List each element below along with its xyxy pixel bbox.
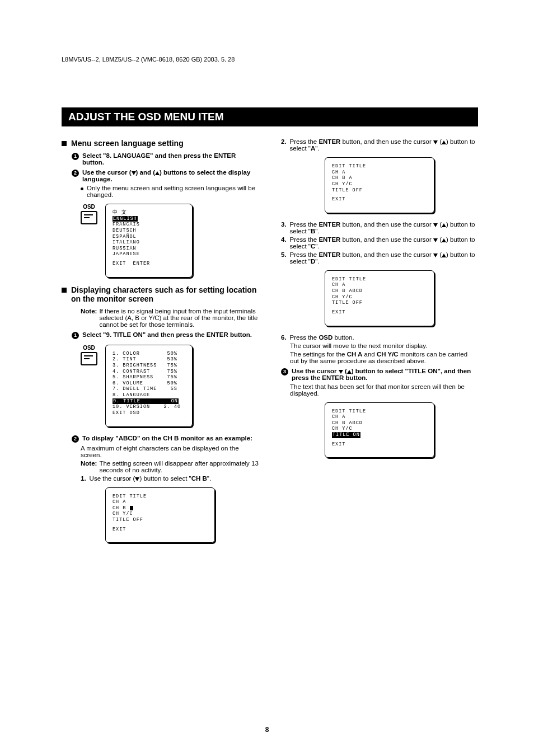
note-label: Note: <box>81 460 97 473</box>
substep-body: The settings for the CH A and CH Y/C mon… <box>290 351 478 364</box>
circled-number-1-icon: 1 <box>72 332 79 339</box>
menu-row: 5. SHARPNESS 75% <box>113 374 185 381</box>
step-text: Use the cursor () button to select "TITL… <box>292 368 478 381</box>
screen-row: CH Y/C <box>332 181 427 187</box>
lang-row: RUSSIAN <box>113 246 185 252</box>
menu-row: 6. VOLUME 50% <box>113 381 185 387</box>
step-3: 3 Use the cursor () button to select "TI… <box>281 368 478 381</box>
menu-row: 8. LANGUAGE <box>113 392 185 398</box>
triangle-down-icon <box>433 223 438 227</box>
section-heading-text: Displaying characters such as for settin… <box>71 285 259 303</box>
substep-text: Press the ENTER button, and then use the… <box>290 251 478 265</box>
screen-row: EDIT TITLE <box>332 163 427 170</box>
osd-menu-figure: OSD 1. COLOR 50% 2. TINT 53% 3. BRIGHTNE… <box>81 345 259 427</box>
triangle-up-icon <box>442 253 446 257</box>
osd-label: OSD <box>81 204 97 210</box>
document-header: L8MV5/US--2, L8MZ5/US--2 (VMC-8618, 8620… <box>62 56 478 63</box>
page-title-bar: ADJUST THE OSD MENU ITEM <box>62 107 478 126</box>
screen-row: EDIT TITLE <box>332 408 427 415</box>
substep-number: 4. <box>281 236 287 250</box>
circled-number-3-icon: 3 <box>281 368 288 375</box>
step-text: Select "8. LANGUAGE" and then press the … <box>82 152 259 166</box>
triangle-down-icon <box>433 238 438 242</box>
substep-text: Press the OSD button. <box>290 334 354 341</box>
circled-number-2-icon: 2 <box>72 170 79 177</box>
screen-row: TITLE OFF <box>113 517 208 523</box>
triangle-up-icon <box>442 223 446 227</box>
square-bullet-icon <box>62 141 67 146</box>
menu-row-selected: 9. TITLE ON <box>113 398 185 405</box>
menu-row: 7. DWELL TIME 5S <box>113 386 185 392</box>
lang-row: 中 文 <box>113 210 185 216</box>
screen-row: CH Y/C <box>332 426 427 432</box>
substep-text: Press the ENTER button, and then use the… <box>290 138 478 152</box>
menu-row: 1. COLOR 50% <box>113 351 185 357</box>
triangle-down-icon <box>433 140 438 144</box>
triangle-up-icon <box>347 370 352 374</box>
osd-main-menu-screen: 1. COLOR 50% 2. TINT 53% 3. BRIGHTNESS 7… <box>105 345 193 427</box>
edit-title-screen-4: EDIT TITLE CH A CH B ABCD CH Y/C TITLE O… <box>325 402 434 458</box>
screen-row: CH B <box>113 505 208 511</box>
menu-row: EXIT OSD <box>113 410 185 416</box>
screen-row: CH Y/C <box>113 511 208 517</box>
triangle-down-icon <box>433 253 438 257</box>
osd-icon <box>81 211 97 224</box>
substep-number: 2. <box>281 138 287 152</box>
section-heading-language: Menu screen language setting <box>62 139 259 148</box>
bullet-dot-icon <box>81 187 83 190</box>
right-column: 2. Press the ENTER button, and then use … <box>281 137 478 551</box>
lang-row-selected: ENGLISH <box>113 216 185 222</box>
osd-badge: OSD <box>81 204 97 224</box>
substep-5: 5. Press the ENTER button, and then use … <box>281 251 478 265</box>
substep-number: 3. <box>281 221 287 234</box>
screen-row: EXIT <box>332 196 427 203</box>
menu-row: 3. BRIGHTNESS 75% <box>113 363 185 369</box>
triangle-up-icon <box>442 140 446 144</box>
page: L8MV5/US--2, L8MZ5/US--2 (VMC-8618, 8620… <box>0 0 534 756</box>
screen-row: CH A <box>332 282 427 288</box>
lang-row: JAPANESE <box>113 251 185 257</box>
triangle-up-icon <box>155 171 160 175</box>
screen-row: CH A <box>332 414 427 420</box>
osd-icon <box>81 352 97 365</box>
section-heading-text: Menu screen language setting <box>71 139 184 148</box>
substep-number: 6. <box>281 334 287 341</box>
lang-footer: EXIT ENTER <box>113 261 185 267</box>
circled-number-2-icon: 2 <box>72 435 79 443</box>
step-1: 1 Select "8. LANGUAGE" and then press th… <box>72 152 259 166</box>
substep-3: 3. Press the ENTER button, and then use … <box>281 221 478 234</box>
language-select-screen: 中 文 ENGLISH FRANCAIS DEUTSCH ESPAÑOL ITA… <box>105 204 193 278</box>
step-body: A maximum of eight characters can be dis… <box>81 445 259 458</box>
osd-label: OSD <box>81 345 97 351</box>
menu-row: 10. VERSION 2. 40 <box>113 404 185 410</box>
step-2: 2 Use the cursor () and () buttons to se… <box>72 169 259 182</box>
screen-row: EDIT TITLE <box>113 494 208 500</box>
substep-number: 1. <box>81 475 86 482</box>
circled-number-1-icon: 1 <box>72 153 79 160</box>
lang-row: FRANCAIS <box>113 222 185 228</box>
note-row: Note: If there is no signal being input … <box>81 308 259 328</box>
page-number: 8 <box>0 726 534 734</box>
sec2-step-2: 2 To display "ABCD" on the CH B monitor … <box>72 435 259 443</box>
content-columns: Menu screen language setting 1 Select "8… <box>62 137 478 551</box>
screen-row: CH Y/C <box>332 294 427 300</box>
substep-2: 2. Press the ENTER button, and then use … <box>281 138 478 152</box>
note-text: The setting screen will disappear after … <box>99 460 259 473</box>
substep-text: Press the ENTER button, and then use the… <box>290 221 478 234</box>
substep-1: 1. Use the cursor () button to select "C… <box>81 475 259 482</box>
menu-row: 4. CONTRAST 75% <box>113 369 185 375</box>
lang-row: ESPAÑOL <box>113 234 185 240</box>
substep-text: Use the cursor () button to select "CH B… <box>90 475 212 482</box>
substep-6: 6. Press the OSD button. <box>281 334 478 341</box>
screen-row: CH A <box>332 170 427 176</box>
square-bullet-icon <box>62 288 67 293</box>
substep-body: The cursor will move to the next monitor… <box>290 342 478 349</box>
triangle-down-icon <box>339 370 343 374</box>
step-body: The text that has been set for that moni… <box>290 383 478 397</box>
section-heading-title-display: Displaying characters such as for settin… <box>62 285 259 303</box>
screen-row-selected: TITLE ON <box>332 432 427 438</box>
lang-row: DEUTSCH <box>113 228 185 234</box>
sec2-step-1: 1 Select "9. TITLE ON" and then press th… <box>72 331 259 339</box>
note-label: Note: <box>81 308 97 328</box>
bullet-note: Only the menu screen and setting screen … <box>81 185 259 198</box>
